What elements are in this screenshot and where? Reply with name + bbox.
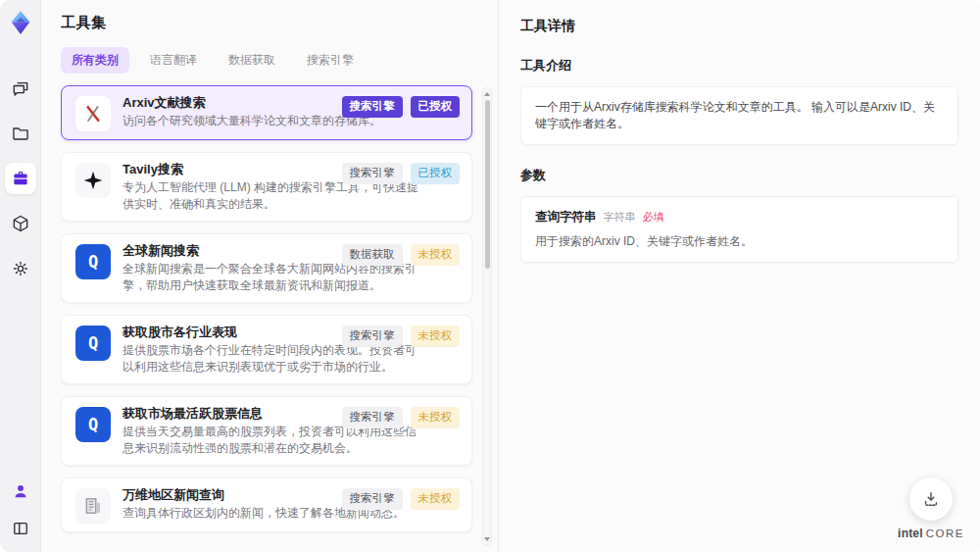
tool-description: 提供当天交易量最高的股票列表，投资者可以利用这些信息来识别流动性强的股票和潜在的… xyxy=(122,424,424,457)
category-badge: 数据获取 xyxy=(342,244,403,266)
news-search-icon: Q xyxy=(75,244,111,279)
tool-description: 提供股票市场各个行业在特定时间段内的表现。投资者可以利用这些信息来识别表现优于或… xyxy=(122,342,424,376)
category-badge: 搜索引擎 xyxy=(342,488,403,510)
category-tab-0[interactable]: 所有类别 xyxy=(61,47,129,74)
news-search-icon: Q xyxy=(75,326,111,361)
auth-status-badge: 未授权 xyxy=(411,326,461,347)
chat-icon[interactable] xyxy=(5,73,36,104)
param-name: 查询字符串 xyxy=(535,209,597,226)
arxiv-logo-icon xyxy=(75,96,111,131)
tool-card[interactable]: Q 获取市场最活跃股票信息 提供当天交易量最高的股票列表，投资者可以利用这些信息… xyxy=(61,396,472,466)
scrollbar[interactable] xyxy=(482,87,492,546)
tool-card[interactable]: Q 全球新闻搜索 全球新闻搜索是一个聚合全球各大新闻网站内容的搜索引擎，帮助用户… xyxy=(61,233,472,303)
building-news-icon xyxy=(75,488,111,524)
auth-status-badge: 未授权 xyxy=(411,244,461,266)
category-tabs: 所有类别语言翻译数据获取搜索引擎 xyxy=(61,47,498,74)
app-window: 工具集 所有类别语言翻译数据获取搜索引擎 Arxiv文献搜索 访问各个研究领域大… xyxy=(0,0,980,552)
tool-list: Arxiv文献搜索 访问各个研究领域大量科学论文和文章的存储库。 搜索引擎 已授… xyxy=(61,85,472,532)
category-tab-3[interactable]: 搜索引擎 xyxy=(296,47,365,74)
intel-core-logo: intelCORE xyxy=(898,527,964,540)
left-sidebar xyxy=(0,0,41,552)
category-badge: 搜索引擎 xyxy=(342,407,403,428)
scroll-up-arrow-icon[interactable] xyxy=(484,92,490,96)
auth-status-badge: 已授权 xyxy=(411,96,461,118)
param-description: 用于搜索的Arxiv ID、关键字或作者姓名。 xyxy=(535,233,944,250)
news-search-icon: Q xyxy=(75,407,111,442)
param-required-badge: 必填 xyxy=(643,210,664,225)
auth-status-badge: 已授权 xyxy=(411,163,461,184)
sidebar-nav xyxy=(5,73,36,284)
intro-heading: 工具介绍 xyxy=(520,57,958,75)
scroll-down-arrow-icon[interactable] xyxy=(484,537,490,541)
category-badge: 搜索引擎 xyxy=(342,326,403,347)
tool-details-panel: 工具详情 工具介绍 一个用于从Arxiv存储库搜索科学论文和文章的工具。 输入可… xyxy=(498,0,980,552)
tool-description: 全球新闻搜索是一个聚合全球各大新闻网站内容的搜索引擎，帮助用户快速获取全球最新资… xyxy=(122,261,424,294)
scrollbar-thumb[interactable] xyxy=(485,100,490,269)
param-row: 查询字符串 字符串 必填 xyxy=(535,209,944,226)
sidebar-bottom xyxy=(7,477,34,542)
sparkle-icon xyxy=(75,163,111,198)
tool-card[interactable]: 万维地区新闻查询 查询具体行政区划内的新闻，快速了解各地新闻动态。 搜索引擎 未… xyxy=(61,477,472,532)
folder-icon[interactable] xyxy=(5,118,36,149)
auth-status-badge: 未授权 xyxy=(411,488,461,510)
download-icon xyxy=(921,489,941,509)
collapse-panel-icon[interactable] xyxy=(7,515,34,542)
toolset-panel: 工具集 所有类别语言翻译数据获取搜索引擎 Arxiv文献搜索 访问各个研究领域大… xyxy=(41,0,498,552)
params-heading: 参数 xyxy=(520,167,958,184)
tool-description: 专为人工智能代理 (LLM) 构建的搜索引擎工具，可快速提供实时、准确和真实的结… xyxy=(122,179,424,213)
category-badge: 搜索引擎 xyxy=(342,163,403,184)
param-type: 字符串 xyxy=(604,210,636,225)
download-button[interactable] xyxy=(909,477,953,521)
tool-card[interactable]: Arxiv文献搜索 访问各个研究领域大量科学论文和文章的存储库。 搜索引擎 已授… xyxy=(61,85,472,140)
tool-card[interactable]: Q 获取股市各行业表现 提供股票市场各个行业在特定时间段内的表现。投资者可以利用… xyxy=(61,315,472,384)
tool-list-area: Arxiv文献搜索 访问各个研究领域大量科学论文和文章的存储库。 搜索引擎 已授… xyxy=(61,85,492,552)
cube-icon[interactable] xyxy=(5,208,36,239)
user-icon[interactable] xyxy=(7,477,34,505)
toolbox-icon[interactable] xyxy=(5,163,36,194)
category-badge: 搜索引擎 xyxy=(342,96,403,118)
category-tab-2[interactable]: 数据获取 xyxy=(218,47,286,74)
app-logo-icon xyxy=(8,10,33,35)
intro-box: 一个用于从Arxiv存储库搜索科学论文和文章的工具。 输入可以是Arxiv ID… xyxy=(520,86,958,145)
floating-actions: intelCORE xyxy=(898,477,964,540)
details-title: 工具详情 xyxy=(520,18,958,35)
intro-text: 一个用于从Arxiv存储库搜索科学论文和文章的工具。 输入可以是Arxiv ID… xyxy=(535,99,944,132)
page-title: 工具集 xyxy=(61,14,498,32)
tool-card[interactable]: Tavily搜索 专为人工智能代理 (LLM) 构建的搜索引擎工具，可快速提供实… xyxy=(61,152,472,222)
gear-icon[interactable] xyxy=(5,253,36,284)
param-box: 查询字符串 字符串 必填 用于搜索的Arxiv ID、关键字或作者姓名。 xyxy=(520,196,958,263)
auth-status-badge: 未授权 xyxy=(411,407,461,428)
category-tab-1[interactable]: 语言翻译 xyxy=(139,47,208,74)
